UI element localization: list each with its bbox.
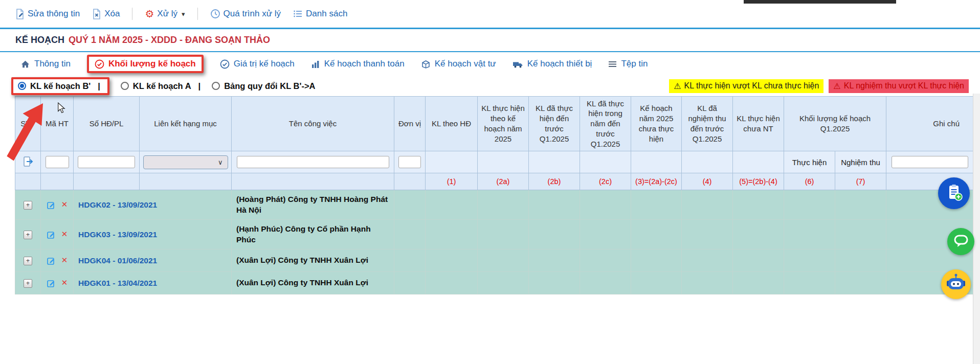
- edit-row-icon[interactable]: [47, 257, 55, 265]
- caret-down-icon: ▾: [182, 10, 185, 18]
- warning-icon: ⚠: [833, 81, 840, 91]
- table-row: + ✕ HDGK02 - 13/09/2021 (Hoàng Phát) Côn…: [15, 190, 973, 220]
- filter-ghi-chu-input[interactable]: [892, 156, 968, 168]
- formula-label: (5)=(2b)-(4): [733, 173, 784, 190]
- list-view-button[interactable]: Danh sách: [293, 9, 347, 19]
- warning-icon: ⚠: [674, 81, 681, 91]
- truck-icon: [513, 60, 523, 69]
- home-icon: [20, 59, 30, 69]
- row-expander-button[interactable]: +: [24, 201, 32, 210]
- toolbar-separator: [132, 8, 132, 20]
- view-options-row: KL kế hoạch B' | KL kế hoạch A | Bảng qu…: [0, 76, 980, 96]
- chat-fab-button[interactable]: [947, 228, 974, 255]
- filter-ten-cong-viec-input[interactable]: [237, 156, 389, 168]
- edit-document-icon: [15, 9, 25, 19]
- radio-icon: [212, 82, 220, 90]
- table-row: + ✕ HDGK04 - 01/06/2021 (Xuân Lợi) Công …: [15, 249, 973, 272]
- formula-label: (2b): [529, 173, 580, 190]
- history-clock-icon: [210, 9, 220, 19]
- col-header-lien-ket: Liên kết hạng mục: [140, 97, 232, 151]
- row-expander-button[interactable]: +: [24, 257, 32, 265]
- warning-text: KL nghiệm thu vượt KL thực hiện: [844, 81, 964, 90]
- delete-row-icon[interactable]: ✕: [61, 230, 68, 238]
- warning-badge-red: ⚠ KL nghiệm thu vượt KL thực hiện: [829, 79, 969, 93]
- export-row-button[interactable]: [23, 156, 34, 167]
- edit-info-label: Sửa thông tin: [28, 9, 80, 19]
- toolbar: Sửa thông tin Xóa ⚙ Xử lý ▾ Quá trình xử…: [0, 0, 980, 28]
- edit-row-icon[interactable]: [47, 201, 55, 210]
- tab-label: Kế hoạch thanh toán: [324, 59, 405, 69]
- chat-icon: [953, 233, 969, 251]
- tab-khoi-luong-ke-hoach[interactable]: Khối lượng kế hoạch: [87, 55, 204, 73]
- package-icon: [421, 59, 431, 69]
- process-history-button[interactable]: Quá trình xử lý: [210, 9, 281, 19]
- vertical-scrollbar[interactable]: [973, 94, 980, 364]
- delete-row-icon[interactable]: ✕: [61, 278, 68, 287]
- tab-label: Thông tin: [34, 59, 71, 69]
- contract-link[interactable]: HDGK02 - 13/09/2021: [78, 200, 157, 209]
- task-name: (Xuân Lợi) Công ty TNHH Xuân Lợi: [236, 256, 368, 264]
- radio-kl-ke-hoach-b[interactable]: KL kế hoạch B': [18, 81, 91, 91]
- filter-don-vi-input[interactable]: [398, 156, 421, 168]
- warning-badge-yellow: ⚠ KL thực hiện vượt KL chưa thực hiện: [669, 79, 823, 93]
- filter-ma-ht-input[interactable]: [46, 156, 69, 168]
- delete-button[interactable]: Xóa: [92, 9, 120, 19]
- tab-gia-tri-ke-hoach[interactable]: Giá trị kế hoạch: [220, 59, 295, 69]
- option-separator: |: [98, 81, 100, 91]
- page-title: KẾ HOẠCH QUÝ 1 NĂM 2025 - XDDD - ĐANG SO…: [0, 29, 980, 51]
- tab-thong-tin[interactable]: Thông tin: [20, 59, 71, 69]
- page-title-status: QUÝ 1 NĂM 2025 - XDDD - ĐANG SOẠN THẢO: [69, 35, 270, 46]
- plan-table: STT Mã HT Số HĐ/PL Liên kết hạng mục Tên…: [15, 96, 973, 294]
- filter-row: ∨ Thực hiện Nghiệm thu: [15, 151, 973, 173]
- formula-label: (4): [682, 173, 733, 190]
- col-header-kl-da-th-truoc: KL đã thực hiện đến trước Q1.2025: [529, 97, 580, 151]
- gear-icon: ⚙: [145, 9, 154, 19]
- col-header-kl-th-chua-nt: KL thực hiện chưa NT: [733, 97, 784, 151]
- delete-row-icon[interactable]: ✕: [61, 200, 68, 209]
- radio-label: KL kế hoạch B': [30, 81, 91, 91]
- col-header-kl-da-th-trong-nam: KL đã thực hiện trong năm đến trước Q1.2…: [580, 97, 631, 151]
- formula-row: (1) (2a) (2b) (2c) (3)=(2a)-(2c) (4) (5)…: [15, 173, 973, 190]
- tab-ke-hoach-thiet-bi[interactable]: Kế hoạch thiết bị: [513, 59, 592, 69]
- tab-tep-tin[interactable]: Tệp tin: [608, 59, 648, 69]
- list-icon: [293, 9, 303, 18]
- warning-badges: ⚠ KL thực hiện vượt KL chưa thực hiện ⚠ …: [669, 79, 969, 93]
- formula-label: (2a): [478, 173, 529, 190]
- col-header-so-hd-pl: Số HĐ/PL: [74, 97, 140, 151]
- filter-so-hd-pl-input[interactable]: [78, 156, 135, 168]
- radio-label: KL kế hoạch A: [133, 81, 191, 91]
- tab-ke-hoach-thanh-toan[interactable]: Kế hoạch thanh toán: [311, 59, 405, 69]
- delete-row-icon[interactable]: ✕: [61, 256, 68, 264]
- tab-label: Kế hoạch thiết bị: [527, 59, 592, 69]
- process-menu-button[interactable]: ⚙ Xử lý ▾: [145, 9, 185, 19]
- formula-label: (2c): [580, 173, 631, 190]
- edit-info-button[interactable]: Sửa thông tin: [15, 9, 80, 19]
- edit-row-icon[interactable]: [47, 279, 55, 288]
- table-row: + ✕ HĐGK01 - 13/04/2021 (Xuân Lợi) Công …: [15, 272, 973, 294]
- row-expander-button[interactable]: +: [24, 231, 32, 239]
- col-header-ma-ht: Mã HT: [41, 97, 74, 151]
- filter-lien-ket-select[interactable]: ∨: [143, 155, 228, 169]
- tab-label: Kế hoạch vật tư: [435, 59, 496, 69]
- tab-label: Khối lượng kế hoạch: [108, 59, 196, 69]
- contract-link[interactable]: HDGK04 - 01/06/2021: [78, 256, 157, 265]
- col-header-group-q1-2025: Khối lượng kế hoạch Q1.2025: [784, 97, 886, 151]
- tab-ke-hoach-vat-tu[interactable]: Kế hoạch vật tư: [421, 59, 496, 69]
- task-name: (Hoàng Phát) Công ty TNHH Hoàng Phát Hà …: [236, 195, 388, 214]
- formula-label: (3)=(2a)-(2c): [631, 173, 682, 190]
- col-header-kl-da-nt-truoc: KL đã nghiệm thu đến trước Q1.2025: [682, 97, 733, 151]
- formula-label: (7): [835, 173, 886, 190]
- contract-link[interactable]: HĐGK01 - 13/04/2021: [78, 279, 157, 287]
- process-history-label: Quá trình xử lý: [224, 9, 281, 19]
- assistant-robot-button[interactable]: [941, 269, 971, 299]
- edit-row-icon[interactable]: [47, 231, 55, 239]
- notes-fab-button[interactable]: [938, 177, 970, 209]
- menu-lines-icon: [608, 60, 617, 68]
- radio-kl-ke-hoach-a[interactable]: KL kế hoạch A: [121, 81, 191, 91]
- row-expander-button[interactable]: +: [24, 279, 32, 288]
- tab-label: Tệp tin: [621, 59, 648, 69]
- clipboard-add-icon: [945, 183, 963, 203]
- contract-link[interactable]: HDGK03 - 13/09/2021: [78, 230, 157, 239]
- browser-artifact-bar: [744, 0, 896, 4]
- radio-bang-quy-doi[interactable]: Bảng quy đổi KL B'->A: [212, 81, 315, 91]
